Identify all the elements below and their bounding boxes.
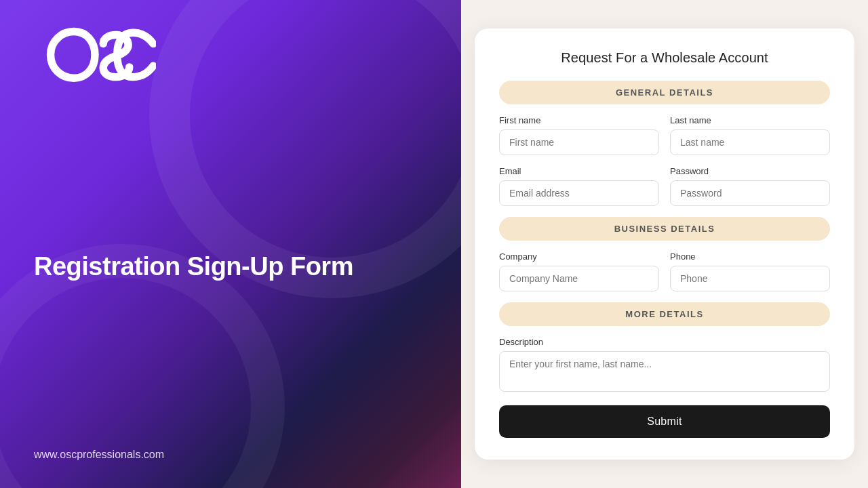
tagline: Registration Sign-Up Form (34, 251, 427, 283)
description-input[interactable] (499, 351, 830, 392)
right-panel: Request For a Wholesale Account GENERAL … (461, 0, 868, 488)
company-phone-row: Company Phone (499, 251, 830, 291)
more-details-header: MORE DETAILS (499, 302, 830, 326)
first-name-group: First name (499, 115, 659, 155)
submit-button[interactable]: Submit (499, 405, 830, 438)
left-panel: Registration Sign-Up Form www.oscprofess… (0, 0, 461, 488)
company-label: Company (499, 251, 659, 262)
password-input[interactable] (670, 180, 830, 206)
form-title: Request For a Wholesale Account (499, 50, 830, 66)
password-label: Password (670, 166, 830, 176)
email-password-row: Email Password (499, 166, 830, 206)
last-name-input[interactable] (670, 129, 830, 155)
phone-label: Phone (670, 251, 830, 262)
email-input[interactable] (499, 180, 659, 206)
name-row: First name Last name (499, 115, 830, 155)
osc-logo (34, 27, 156, 83)
first-name-label: First name (499, 115, 659, 125)
form-card: Request For a Wholesale Account GENERAL … (475, 28, 854, 460)
last-name-group: Last name (670, 115, 830, 155)
company-input[interactable] (499, 266, 659, 291)
general-details-header: GENERAL DETAILS (499, 81, 830, 104)
last-name-label: Last name (670, 115, 830, 125)
phone-group: Phone (670, 251, 830, 291)
company-group: Company (499, 251, 659, 291)
description-label: Description (499, 337, 830, 347)
password-group: Password (670, 166, 830, 206)
email-group: Email (499, 166, 659, 206)
first-name-input[interactable] (499, 129, 659, 155)
website-url: www.oscprofessionals.com (34, 449, 427, 461)
phone-input[interactable] (670, 266, 830, 291)
logo-area (34, 27, 427, 85)
left-middle: Registration Sign-Up Form (34, 251, 427, 283)
email-label: Email (499, 166, 659, 176)
business-details-header: BUSINESS DETAILS (499, 217, 830, 241)
description-group: Description (499, 337, 830, 392)
